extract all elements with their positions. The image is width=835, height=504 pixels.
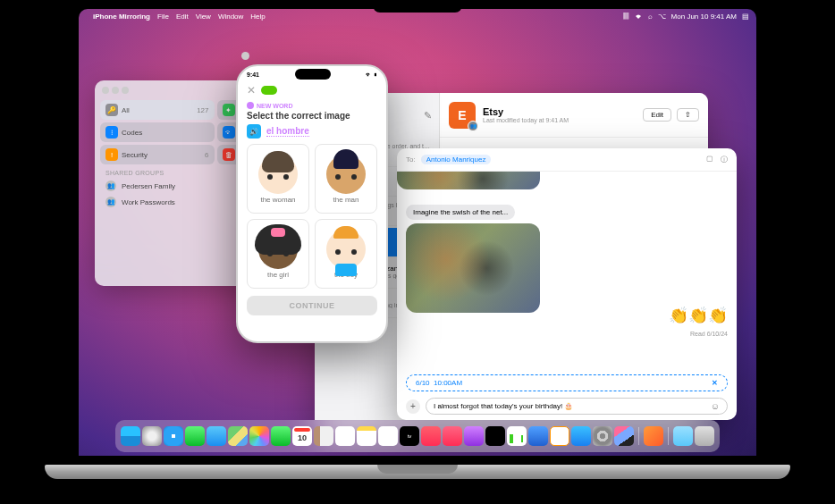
compose-icon[interactable]: ✎: [424, 110, 432, 122]
message-text-field[interactable]: I almost forgot that today's your birthd…: [426, 398, 728, 415]
scheduled-send-banner[interactable]: 6/10 10:00AM ✕: [406, 374, 728, 391]
answer-card-girl[interactable]: the girl: [247, 219, 309, 289]
menu-file[interactable]: File: [157, 13, 169, 21]
dock-safari[interactable]: [164, 426, 183, 446]
dock-tv[interactable]: tv: [400, 426, 419, 446]
info-icon[interactable]: ⓘ: [721, 155, 728, 164]
messages-body: Imagine the swish of the net... 👏👏👏 Read…: [397, 172, 737, 420]
menu-window[interactable]: Window: [218, 13, 243, 21]
scheduled-date: 6/10: [416, 379, 430, 387]
screen-bezel: iPhone Mirroring File Edit View Window H…: [70, 0, 765, 465]
close-traffic-light[interactable]: [102, 87, 109, 94]
messages-window: To: Antonio Manriquez ▢ ⓘ Imagine the sw…: [397, 148, 737, 420]
iphone-status-bar: 9:41 ᯤ ▮: [238, 66, 386, 82]
dock-calendar[interactable]: [292, 426, 312, 446]
dock-messages[interactable]: [185, 426, 205, 446]
window-close-traffic-light[interactable]: [241, 52, 249, 60]
draft-text: I almost forgot that today's your birthd…: [434, 402, 574, 410]
incoming-message-bubble[interactable]: Imagine the swish of the net...: [406, 205, 515, 220]
desktop: iPhone Mirroring File Edit View Window H…: [79, 9, 756, 456]
new-word-badge: NEW WORD: [247, 102, 377, 109]
dock-numbers[interactable]: [507, 426, 527, 446]
laptop-hinge-notch: [377, 465, 458, 474]
dock-system-settings[interactable]: [593, 426, 612, 446]
dock-reminders[interactable]: [335, 426, 355, 446]
clock[interactable]: Mon Jun 10 9:41 AM: [671, 13, 737, 21]
iphone-mirroring-window: 9:41 ᯤ ▮ ✕ NEW WORD Select the correct i…: [236, 48, 388, 343]
dock-freeform[interactable]: [378, 426, 398, 446]
passwords-codes[interactable]: ⁝Codes: [100, 122, 215, 142]
cancel-schedule-icon[interactable]: ✕: [712, 379, 718, 387]
received-photo[interactable]: [397, 172, 540, 189]
duolingo-top-bar: ✕: [238, 82, 386, 98]
messages-header: To: Antonio Manriquez ▢ ⓘ: [397, 148, 737, 172]
continue-button[interactable]: CONTINUE: [247, 296, 377, 315]
control-center-icon[interactable]: ⌥: [658, 13, 666, 21]
wifi-icon[interactable]: [634, 13, 643, 20]
note-subtitle: Last modified today at 9:41 AM: [483, 117, 569, 123]
dock-recent-app[interactable]: [644, 426, 663, 446]
message-input-row: + I almost forgot that today's your birt…: [406, 398, 728, 415]
dock-downloads[interactable]: [673, 426, 693, 446]
answer-card-boy[interactable]: the boy: [315, 219, 377, 289]
received-photo-basketball[interactable]: [406, 223, 540, 313]
tapback-reaction[interactable]: 👏👏👏: [669, 306, 728, 325]
dock-photos[interactable]: [249, 426, 269, 446]
dock-launchpad[interactable]: [142, 426, 162, 446]
read-receipt: Read 6/10/24: [690, 331, 728, 337]
dock: tv: [115, 420, 720, 452]
menu-help[interactable]: Help: [250, 13, 265, 21]
apps-plus-button[interactable]: +: [406, 399, 420, 414]
shared-badge-icon: 👥: [468, 121, 478, 131]
dock-mail[interactable]: [207, 426, 226, 446]
dock-separator: [638, 427, 639, 445]
dock-pages[interactable]: [550, 426, 569, 446]
answer-grid: the woman the man the girl the boy: [238, 144, 386, 289]
answer-card-woman[interactable]: the woman: [247, 144, 309, 214]
passwords-all[interactable]: 🔑All127: [100, 100, 215, 120]
emoji-picker-icon[interactable]: ☺: [711, 401, 720, 411]
play-audio-button[interactable]: 🔊: [247, 124, 261, 139]
scheduled-time: 10:00AM: [434, 379, 462, 387]
dock-keynote[interactable]: [528, 426, 548, 446]
lesson-close-icon[interactable]: ✕: [247, 84, 256, 97]
passwords-security[interactable]: !Security6: [100, 145, 215, 164]
edit-button[interactable]: Edit: [643, 108, 671, 122]
target-word[interactable]: el hombre: [266, 126, 309, 137]
etsy-note-icon: E👥: [449, 102, 476, 129]
minimize-traffic-light[interactable]: [112, 87, 119, 94]
iphone-screen: 9:41 ᯤ ▮ ✕ NEW WORD Select the correct i…: [236, 64, 388, 343]
dock-appstore[interactable]: [571, 426, 591, 446]
share-button[interactable]: ⇧: [677, 108, 699, 122]
dock-news[interactable]: [443, 426, 462, 446]
menu-edit[interactable]: Edit: [176, 13, 189, 21]
lesson-prompt: Select the correct image: [238, 111, 386, 121]
menu-app-name[interactable]: iPhone Mirroring: [93, 13, 150, 21]
iphone-time: 9:41: [247, 71, 259, 78]
recipient-pill[interactable]: Antonio Manriquez: [421, 155, 492, 164]
dock-iphone-mirroring[interactable]: [614, 426, 634, 446]
battery-icon[interactable]: 🀫: [623, 12, 628, 21]
audio-row: 🔊 el hombre: [238, 121, 386, 144]
spotlight-icon[interactable]: ⌕: [648, 13, 653, 21]
dock-maps[interactable]: [228, 426, 248, 446]
note-header: E👥 Etsy Last modified today at 9:41 AM E…: [440, 93, 708, 138]
dock-trash[interactable]: [695, 426, 714, 446]
dock-contacts[interactable]: [314, 426, 333, 446]
macbook-frame: iPhone Mirroring File Edit View Window H…: [0, 0, 835, 504]
iphone-battery-icon: ᯤ ▮: [366, 71, 377, 78]
answer-card-man[interactable]: the man: [315, 144, 377, 214]
dock-podcasts[interactable]: [464, 426, 484, 446]
dock-music[interactable]: [421, 426, 441, 446]
dock-notes[interactable]: [357, 426, 376, 446]
dock-facetime[interactable]: [271, 426, 291, 446]
dock-finder[interactable]: [121, 426, 140, 446]
menu-view[interactable]: View: [196, 13, 211, 21]
to-label: To:: [406, 155, 416, 164]
facetime-video-icon[interactable]: ▢: [706, 155, 713, 164]
lesson-progress-bar: [261, 86, 277, 95]
dock-stocks[interactable]: [485, 426, 505, 446]
zoom-traffic-light[interactable]: [122, 87, 129, 94]
notification-center-icon[interactable]: ▤: [742, 13, 749, 21]
dynamic-island: [295, 69, 331, 80]
